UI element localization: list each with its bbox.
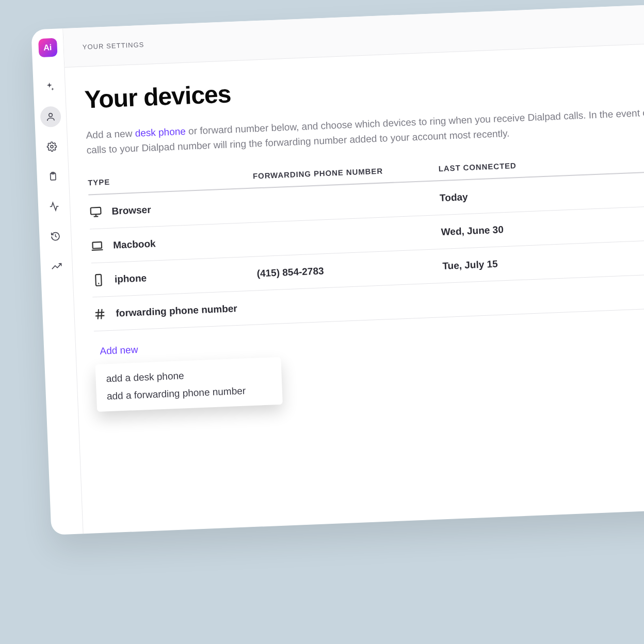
hash-icon bbox=[93, 307, 107, 321]
desc-before: Add a new bbox=[86, 128, 135, 141]
history-icon bbox=[50, 231, 61, 242]
laptop-icon bbox=[90, 239, 104, 253]
col-last-connected: LAST CONNECTED bbox=[438, 152, 644, 173]
nav-activity[interactable] bbox=[43, 196, 65, 217]
monitor-icon bbox=[89, 205, 103, 219]
nav-trending[interactable] bbox=[46, 255, 68, 277]
gear-icon bbox=[46, 141, 57, 152]
nav-profile[interactable] bbox=[40, 106, 61, 127]
device-name: iphone bbox=[114, 272, 147, 285]
svg-line-8 bbox=[92, 249, 103, 250]
svg-line-14 bbox=[101, 309, 102, 319]
svg-line-12 bbox=[95, 315, 104, 316]
svg-line-13 bbox=[98, 309, 99, 319]
add-new-dropdown: add a desk phone add a forwarding phone … bbox=[95, 357, 282, 412]
forwarding-number: (415) 854-2783 bbox=[256, 265, 324, 279]
clipboard-icon bbox=[47, 171, 58, 182]
svg-rect-4 bbox=[91, 207, 101, 214]
last-connected: Tue, July 15 bbox=[442, 258, 498, 271]
svg-rect-7 bbox=[92, 242, 102, 248]
device-name: Browser bbox=[111, 204, 151, 217]
app-window: Ai YOUR bbox=[31, 1, 644, 535]
svg-point-0 bbox=[49, 113, 52, 117]
page-title: Your devices bbox=[84, 59, 644, 114]
col-type: TYPE bbox=[88, 172, 253, 187]
app-logo[interactable]: Ai bbox=[38, 38, 57, 57]
trending-icon bbox=[51, 261, 62, 272]
nav-clipboard[interactable] bbox=[42, 166, 64, 187]
add-new-button[interactable]: Add new bbox=[100, 344, 138, 357]
breadcrumb: YOUR SETTINGS bbox=[82, 41, 144, 51]
phone-icon bbox=[91, 273, 105, 287]
nav-sparkle[interactable] bbox=[39, 76, 60, 98]
sparkle-icon bbox=[44, 82, 55, 92]
person-icon bbox=[45, 111, 56, 122]
device-name: forwarding phone number bbox=[116, 303, 237, 319]
nav-history[interactable] bbox=[44, 226, 66, 247]
svg-point-1 bbox=[50, 146, 53, 148]
svg-rect-9 bbox=[95, 274, 102, 285]
activity-icon bbox=[49, 201, 59, 212]
main-panel: YOUR SETTINGS Your devices Add a new des… bbox=[63, 1, 644, 534]
last-connected: Today bbox=[440, 191, 468, 203]
content: Your devices Add a new desk phone or for… bbox=[65, 40, 644, 431]
devices-table: TYPE FORWARDING PHONE NUMBER LAST CONNEC… bbox=[88, 152, 644, 332]
desk-phone-link[interactable]: desk phone bbox=[135, 126, 186, 139]
last-connected: Wed, June 30 bbox=[441, 224, 504, 237]
logo-text: Ai bbox=[43, 43, 52, 53]
col-forwarding: FORWARDING PHONE NUMBER bbox=[253, 164, 439, 180]
device-name: Macbook bbox=[113, 238, 156, 251]
svg-line-11 bbox=[95, 312, 104, 313]
nav-settings[interactable] bbox=[41, 136, 62, 157]
